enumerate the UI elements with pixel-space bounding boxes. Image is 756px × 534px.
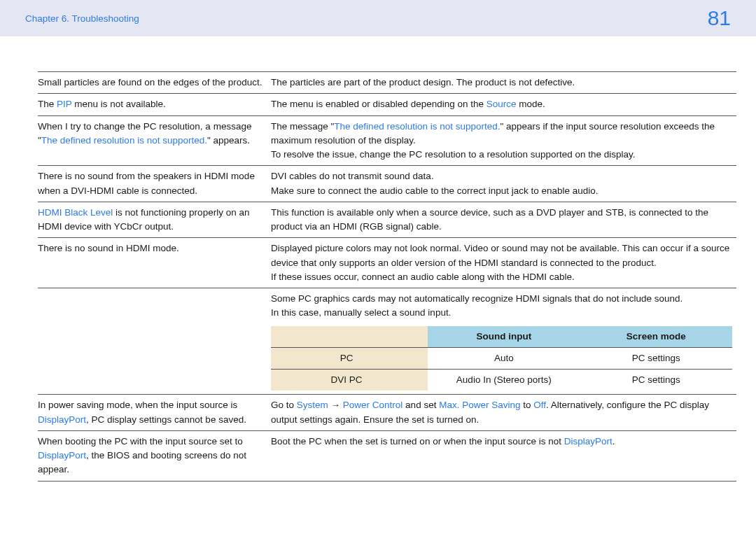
table-row: There is no sound from the speakers in H…	[38, 166, 736, 202]
table-row: When booting the PC with the input sourc…	[38, 430, 736, 480]
table-row: There is no sound in HDMI mode. Displaye…	[38, 238, 736, 288]
highlighted-term: Off	[533, 400, 546, 410]
table-row: HDMI Black Level is not functioning prop…	[38, 202, 736, 238]
table-header: Screen mode	[580, 326, 732, 348]
table-row: PC Auto PC settings	[271, 347, 732, 369]
solution-cell: Go to System → Power Control and set Max…	[271, 395, 736, 431]
table-row: The PIP menu is not available. The menu …	[38, 94, 736, 115]
table-row: Small particles are found on the edges o…	[38, 72, 736, 94]
highlighted-term: The defined resolution is not supported.	[41, 135, 207, 146]
highlighted-term: DisplayPort	[564, 436, 612, 447]
highlighted-term: PIP	[57, 99, 72, 109]
highlighted-term: Source	[486, 99, 517, 109]
solution-cell: The menu is enabled or disabled dependin…	[271, 94, 736, 115]
page-header: Chapter 6. Troubleshooting 81	[0, 0, 756, 36]
problem-cell: The PIP menu is not available.	[38, 94, 271, 115]
problem-cell	[38, 288, 271, 395]
highlighted-term: DisplayPort	[38, 414, 86, 425]
page-number: 81	[708, 6, 731, 30]
solution-cell: Some PC graphics cards may not automatic…	[271, 288, 736, 395]
row-label: DVI PC	[271, 370, 428, 391]
highlighted-term: Power Control	[343, 400, 403, 410]
highlighted-term: Max. Power Saving	[439, 400, 520, 410]
row-label: PC	[271, 347, 428, 369]
table-cell: Audio In (Stereo ports)	[428, 370, 580, 391]
problem-cell: Small particles are found on the edges o…	[38, 72, 271, 94]
content-area: Small particles are found on the edges o…	[0, 36, 756, 482]
highlighted-term: DisplayPort	[38, 450, 86, 461]
table-row: Some PC graphics cards may not automatic…	[38, 288, 736, 395]
solution-cell: The message "The defined resolution is n…	[271, 115, 736, 166]
solution-cell: The particles are part of the product de…	[271, 72, 736, 94]
problem-cell: There is no sound in HDMI mode.	[38, 238, 271, 288]
chapter-title: Chapter 6. Troubleshooting	[25, 13, 139, 24]
solution-cell: Displayed picture colors may not look no…	[271, 238, 736, 288]
highlighted-term: The defined resolution is not supported.	[334, 121, 500, 132]
highlighted-term: HDMI Black Level	[38, 207, 113, 218]
sound-input-table: Sound input Screen mode PC Auto PC setti…	[271, 326, 732, 391]
table-row: In power saving mode, when the input sou…	[38, 395, 736, 431]
table-end-border	[38, 481, 736, 482]
table-cell: Auto	[428, 347, 580, 369]
problem-cell: When I try to change the PC resolution, …	[38, 115, 271, 166]
table-cell: PC settings	[580, 347, 732, 369]
solution-cell: DVI cables do not transmit sound data. M…	[271, 166, 736, 202]
problem-cell: In power saving mode, when the input sou…	[38, 395, 271, 431]
table-row: DVI PC Audio In (Stereo ports) PC settin…	[271, 370, 732, 391]
problem-cell: When booting the PC with the input sourc…	[38, 430, 271, 480]
table-cell: PC settings	[580, 370, 732, 391]
table-header: Sound input	[428, 326, 580, 348]
table-row: When I try to change the PC resolution, …	[38, 115, 736, 166]
highlighted-term: System	[297, 400, 328, 410]
table-header	[271, 326, 428, 348]
solution-cell: This function is available only when a s…	[271, 202, 736, 238]
table-header-row: Sound input Screen mode	[271, 326, 732, 348]
problem-cell: There is no sound from the speakers in H…	[38, 166, 271, 202]
problem-cell: HDMI Black Level is not functioning prop…	[38, 202, 271, 238]
troubleshooting-table: Small particles are found on the edges o…	[38, 71, 736, 482]
solution-cell: Boot the PC when the set is turned on or…	[271, 430, 736, 480]
